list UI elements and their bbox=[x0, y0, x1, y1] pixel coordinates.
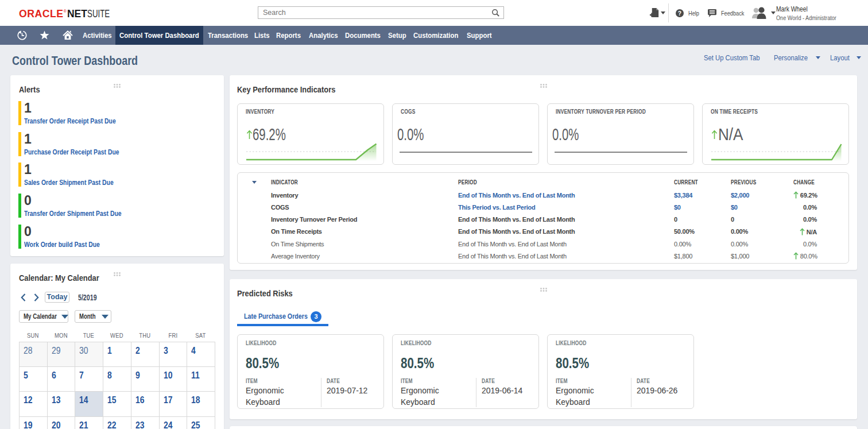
svg-text:?: ? bbox=[678, 10, 681, 16]
